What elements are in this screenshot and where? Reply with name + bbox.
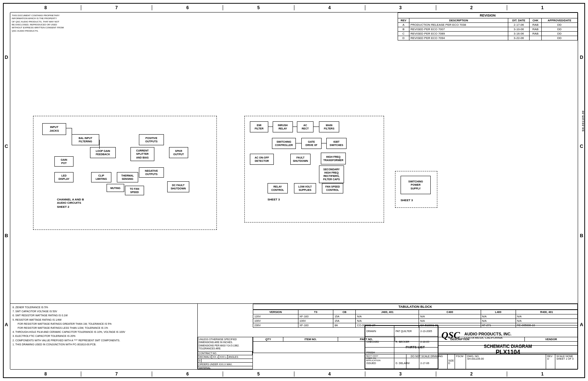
row-letter-c-right: C [580,143,583,149]
block-current-splitter: CURRENTSPLITTERAND BIAS [130,147,154,161]
rev-row-d-date: 3-22-06 [508,36,529,40]
tab-row1-t3: XF-183 [298,314,333,319]
tab-row1-version: 120V [253,314,298,319]
rev-row-c-chk: RAB [530,32,541,36]
tab-row3-version: 230V [253,323,298,328]
rev-row-d-chk [530,36,541,40]
block-led-display: LEDDISPLAY [54,172,74,182]
rev-row-d-rev: D [398,36,409,40]
block-hf-transformer: HIGH FREQTRANSFORMER [321,153,346,164]
note-8: 8. ZENER TOLERANCE IS 5% [12,305,195,309]
block-secondary-hf: SECONDARYHIGH FREQRECTIFIERS,FILTER CAPS [319,165,344,183]
col-num-2: 2 [436,5,507,10]
row-letter-d-left: D [5,54,8,60]
company-name: AUDIO PRODUCTS, INC. [465,332,512,336]
dwg-no-field: DWG. NO.SH-001105-00 [466,354,546,369]
col-num-4: 4 [294,5,365,10]
bot-col-num-2: 2 [436,371,507,377]
block-positive-outputs: POSITIVEOUTPUTS [139,134,164,145]
rev-row-b-desc: REVISED PER ECO 7007 [409,27,508,32]
drawing-decimals-label: DECIMALS [198,355,212,359]
block-switching-power-supply: SWITCHINGPOWERSUPPLY [401,176,431,194]
block-to-fan-speed: TO FANSPEED [125,186,144,195]
approval-checked-date: 2-16-05 [419,337,438,347]
drawing-unless-noted: UNLESS OTHERWISE SPECIFIED DIMENSIONS AR… [198,337,252,351]
block-thermal-sensing: THERMALSENSING [117,172,138,182]
row-letter-a-right: A [580,322,583,327]
col-num-6: 6 [152,5,223,10]
drawing-decimals-xxx: XXX ± [219,355,227,359]
block-relay-control: RELAYCONTROL [268,183,288,193]
block-bal-input: BAL INPUTFILTERING [72,134,99,145]
tab-row2-j400: N/A [356,319,419,323]
tab-row2-version: 100V [253,319,298,323]
block-ac-rect: ACRECT [297,121,313,132]
note-3: 3. ELECTROLYTIC CAPACITOR TOLERANCE IS 2… [12,334,195,338]
block-emi-filter: EMIFILTER [250,121,268,132]
rev-row-d-desc: REVISED PER ECO 7094 [409,36,508,40]
sheet-field: SCALE NONESHEET 1 OF 3 [555,354,577,369]
tab-header-c400: C400 [419,310,481,314]
drawing-orders: ORDERS UNDER XXX.X MAX. [198,362,252,366]
tab-row2-c400: N/A [419,319,481,323]
tab-header-l400: L400 [481,310,516,314]
block-clip-limiting: CLIPLIMITING [91,172,111,182]
note-7: 7. SMT CAPACITOR VOLTAGE IS 50V [12,309,195,313]
approval-checked-name: R. BECKER [394,337,419,347]
approval-drawn-date: 2-13-2005 [419,326,438,337]
edge-sheet-label: SH-001105-00 [582,110,584,132]
revision-header: REVISION [398,13,578,18]
tab-row2-cb: 15A [333,319,356,323]
rev-row-c-approved: DD [541,32,577,36]
note-2: 2. COMPONENTS WITH VALUE PREFIXED WITH A… [12,338,195,342]
next-assy-area: NEXT ASSY USED ON APPLICATION [365,354,406,369]
block-fault-shutdown: FAULTSHUTDOWN [290,154,311,165]
notes-area: 8. ZENER TOLERANCE IS 5% 7. SMT CAPACITO… [10,304,198,369]
block-switching-controller: SWITCHINGCONTROLLER [272,138,296,149]
sheet2-label: SHEET 2 [57,205,69,209]
block-gate-drive: GATEDRIVE XF [301,138,322,149]
note-5b: FOR RESISTOR WATTAGE RATINGS LESS THAN 1… [12,326,195,330]
tab-header-version: VERSION [253,310,298,314]
drawing-type-label: SCHEMATIC DIAGRAM [484,344,532,349]
rev-col-description: DESCRIPTION [409,18,508,23]
size-field: SIZED [448,354,455,369]
drawing-contract-no-label: CONTRACT NO. [198,352,252,355]
tab-row2-t3: 100V [298,319,333,323]
rev-field: REVD [546,354,555,369]
rev-row-c-rev: C [398,32,409,36]
parts-header-qty: QTY [253,337,283,342]
proprietary-notice: THIS DOCUMENT CONTAINS PROPRIETARY INFOR… [12,14,65,32]
approval-drawn-label: DRAWN [365,326,394,337]
approval-drawn-name: PAT QUILTER [394,326,419,337]
block-input-jacks: INPUTJACKS [42,123,66,135]
tab-header-r400: R400, 401 [516,310,577,314]
block-dc-fault: DC FAULTSHUTDOWN [167,181,189,192]
rev-row-b-rev: B [398,27,409,32]
channel-ab-label: CHANNEL A AND BAUDIO CIRCUITS [57,198,84,204]
note-5: 5. RESISTOR WATTAGE RATING IS 1/4W [12,318,195,322]
rev-col-rev: REV [398,18,409,23]
sheet3-center-label: SHEET 3 [268,198,280,201]
note-6: 6. SMT RESISTOR WATTAGE RATING IS 0.1W [12,313,195,317]
row-letter-d-right: D [580,54,583,60]
rev-row-a-date: 2-17-06 [508,23,529,27]
rev-col-approved: APPROVED/DATE [541,18,577,23]
block-muting: MUTING [107,184,124,192]
block-main-filters: MAINFILTERS [319,121,339,132]
rev-row-c-date: 3-16-06 [508,32,529,36]
rev-row-b-date: 3-10-06 [508,27,529,32]
bot-col-num-5: 5 [223,371,294,377]
rev-col-dit-date: DIT. DATE [508,18,529,23]
col-num-3: 3 [365,5,436,10]
fscm-field: FSCM [455,354,466,369]
block-low-volt: LOW-VOLTSUPPLIES [294,183,316,193]
company-location: COSTA MESA, CALIFORNIA [465,336,512,339]
tab-row2-r400: N/A [516,319,577,323]
row-letter-b-right: B [580,233,583,238]
block-fan-speed-control: FAN SPEEDCONTROL [322,183,343,193]
rev-row-b-approved: DD [541,27,577,32]
parts-header-item: ITEM NO. [283,337,338,342]
rev-row-a-desc: PRODUCTION RELEASE PER ECO 7038 [409,23,508,27]
row-letter-a-left: A [5,322,8,327]
